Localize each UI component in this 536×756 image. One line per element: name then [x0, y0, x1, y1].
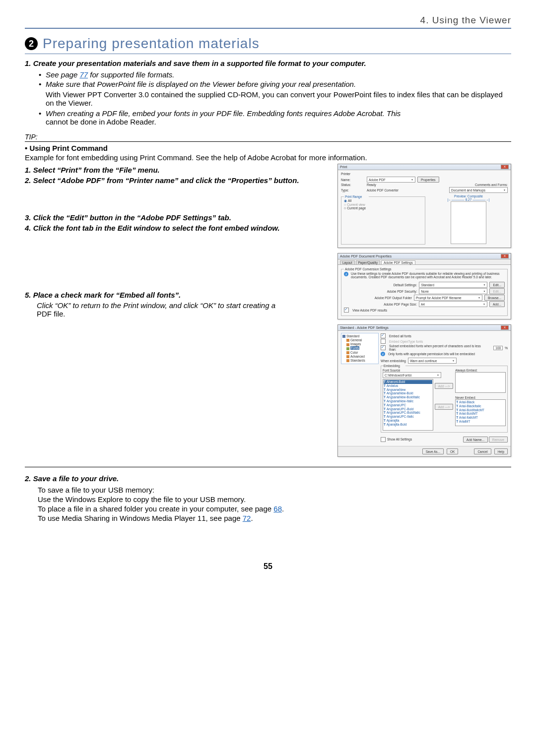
close-icon[interactable]: X — [501, 254, 509, 258]
tip-label: TIP: — [25, 133, 511, 142]
pagesize-combo[interactable]: A4▼ — [419, 301, 487, 307]
when-embedding-combo[interactable]: Warn and continue▼ — [408, 358, 457, 364]
when-embedding-label: When embedding — [381, 359, 406, 363]
conversion-description: Use these settings to create Adobe PDF d… — [351, 272, 505, 279]
bullet-list-2: When creating a PDF file, embed your fon… — [25, 109, 511, 126]
never-embed-list[interactable]: Arial-Black Arial-BlackItalic Arial-Bold… — [455, 399, 506, 426]
close-icon[interactable]: X — [501, 165, 509, 169]
type-label: Type: — [341, 189, 365, 192]
close-icon[interactable]: X — [501, 325, 509, 330]
view-results-check[interactable] — [344, 308, 349, 313]
bullet-2-sub: With Viewer PPT Converter 3.0 contained … — [25, 90, 511, 107]
page-link-77[interactable]: 77 — [79, 70, 88, 79]
instr-5-sub-b: PDF ﬁle. — [37, 310, 66, 318]
subset-check[interactable] — [381, 345, 386, 350]
tab-pdf-settings[interactable]: Adobe PDF Settings — [381, 260, 415, 264]
security-label: Adobe PDF Security: — [344, 290, 417, 293]
instr-5: 5. Place a check mark for “Embed all fon… — [25, 291, 331, 299]
bullet-3a: When creating a PDF file, embed your fon… — [46, 109, 401, 118]
range-current-view-radio[interactable]: Current view — [344, 203, 422, 206]
page-link-72[interactable]: 72 — [243, 514, 251, 522]
save-section: 2. Save a file to your drive. To save a … — [25, 474, 511, 522]
output-label: Adobe PDF Output Folder — [344, 296, 412, 300]
main-step-1: 1. Create your presentation materials an… — [25, 59, 511, 67]
page-link-68[interactable]: 68 — [273, 504, 282, 513]
embed-all-check[interactable] — [381, 333, 386, 338]
instr-3: 3. Click the “Edit” button in the “Adobe… — [25, 213, 331, 222]
add-to-always-button[interactable]: Add ---> — [435, 383, 454, 389]
preview-label: Preview: Composite — [429, 194, 508, 198]
properties-button[interactable]: Properties — [417, 177, 439, 183]
help-button[interactable]: Help — [494, 448, 508, 454]
tab-paper-quality[interactable]: Paper/Quality — [356, 260, 380, 264]
save-line-2: Use the Windows Explore to copy the ﬁle … — [25, 495, 511, 504]
font-source-list[interactable]: Aharoni-Bold Andalus AngsanaNew AngsanaN… — [383, 379, 433, 431]
instr-1: 1. Select “Print” from the “File” menu. — [25, 166, 331, 174]
bullet-2: Make sure that PowerPoint file is displa… — [39, 80, 511, 88]
settings-tree[interactable]: Standard General Images Fonts Color Adva… — [341, 333, 379, 364]
add-button[interactable]: Add... — [489, 301, 505, 307]
tree-color[interactable]: Color — [342, 351, 377, 355]
add-to-never-button[interactable]: Add ---> — [435, 404, 454, 410]
print-dialog-titlebar: Print X — [338, 164, 511, 170]
remove-button[interactable]: Remove — [489, 437, 508, 442]
subset-pct-input[interactable]: 100 — [493, 346, 503, 350]
range-current-page-radio[interactable]: Current page — [344, 206, 422, 210]
print-command-explain: Example for font embedding using Print C… — [25, 153, 511, 162]
preview-box — [451, 201, 486, 244]
range-all-radio[interactable]: All — [344, 199, 422, 203]
save-line-4: To use Media Sharing in Windows Media Pl… — [25, 514, 511, 522]
tree-root[interactable]: Standard — [342, 334, 377, 338]
default-label: Default Settings: — [344, 283, 417, 287]
props-tabs: Layout Paper/Quality Adobe PDF Settings — [338, 259, 511, 265]
security-combo[interactable]: None▼ — [419, 288, 487, 294]
embed-ot-label: Embed OpenType fonts — [389, 340, 423, 343]
pct-label: % — [505, 346, 508, 350]
save-line-3: To place a ﬁle in a shared folder you cr… — [25, 504, 511, 513]
show-all-check[interactable] — [381, 437, 386, 442]
bullet-1b: for supported ﬁle formats. — [88, 70, 174, 79]
print-range-label: Print Range — [344, 195, 369, 198]
output-folder-combo[interactable]: Prompt for Adobe PDF filename▼ — [414, 295, 482, 301]
embedding-group-label: Embedding — [384, 364, 405, 368]
printer-name-combo[interactable]: Adobe PDF▼ — [367, 177, 415, 183]
save-as-button[interactable]: Save As... — [422, 448, 444, 454]
fonts-title: Standard - Adobe PDF Settings — [340, 326, 389, 329]
instr-5-sub: Click “OK” to return to the Print window… — [25, 301, 331, 318]
instr-4: 4. Click the font tab in the Edit window… — [25, 224, 331, 232]
edit-button[interactable]: Edit... — [489, 282, 505, 288]
always-embed-list[interactable] — [455, 372, 506, 393]
tree-advanced[interactable]: Advanced — [342, 355, 377, 359]
bullet-1: See page 77 for supported ﬁle formats. — [39, 70, 511, 79]
tree-standards[interactable]: Standards — [342, 359, 377, 363]
divider — [25, 467, 511, 467]
tree-fonts[interactable]: Fonts — [342, 346, 377, 350]
fonts-settings-dialog: Standard - Adobe PDF Settings X Standard… — [337, 324, 511, 457]
pdf-properties-dialog: Adobe PDF Document Properties X Layout P… — [337, 253, 511, 319]
ok-button[interactable]: OK — [447, 448, 458, 454]
tree-images[interactable]: Images — [342, 342, 377, 346]
conversion-settings-group: Adobe PDF Conversion Settings i Use thes… — [341, 269, 508, 316]
status-label: Status: — [341, 183, 365, 187]
print-dialog: Print X Printer Name: Adobe PDF▼ Propert… — [337, 164, 511, 248]
cancel-button[interactable]: Cancel — [474, 448, 491, 454]
subset-label-a: Subset embedded fonts when percent of ch… — [389, 344, 481, 348]
subset-label-b: than: — [389, 348, 396, 351]
status-value: Ready — [367, 183, 376, 187]
save-heading: 2. Save a file to your drive. — [25, 474, 511, 483]
browse-button[interactable]: Browse... — [484, 295, 505, 301]
chapter-header: 4. Using the Viewer — [25, 15, 511, 29]
tab-layout[interactable]: Layout — [340, 260, 355, 264]
never-embed-label: Never Embed: — [455, 396, 506, 399]
bullet-1a: See page — [46, 70, 79, 79]
add-name-button[interactable]: Add Name... — [463, 437, 488, 442]
default-settings-combo[interactable]: Standard▼ — [419, 282, 487, 288]
section-title-text: Preparing presentation materials — [43, 36, 260, 52]
comments-combo[interactable]: Document and Markups▼ — [449, 187, 508, 193]
bullet-3: When creating a PDF file, embed your fon… — [39, 109, 511, 126]
section-title: 2 Preparing presentation materials — [25, 36, 511, 54]
font-source-combo[interactable]: C:\Windows\Fonts\▼ — [383, 372, 441, 378]
instr-2: 2. Select “Adobe PDF” from “Printer name… — [25, 176, 331, 185]
fonts-titlebar: Standard - Adobe PDF Settings X — [338, 325, 511, 331]
tree-general[interactable]: General — [342, 338, 377, 342]
